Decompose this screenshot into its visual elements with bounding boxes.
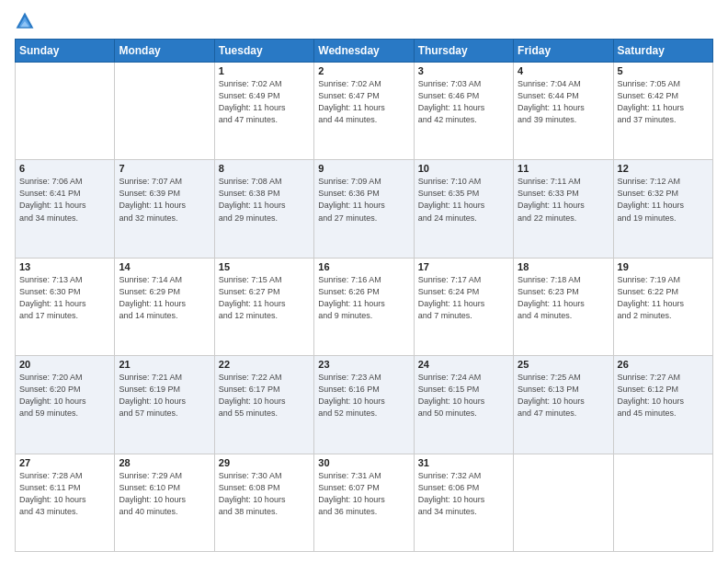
calendar-cell: 9Sunrise: 7:09 AM Sunset: 6:36 PM Daylig… xyxy=(314,160,414,258)
day-number: 23 xyxy=(318,359,409,370)
day-number: 14 xyxy=(119,261,210,272)
day-info: Sunrise: 7:02 AM Sunset: 6:49 PM Dayligh… xyxy=(219,78,310,126)
day-number: 30 xyxy=(318,457,409,468)
day-number: 9 xyxy=(318,163,409,174)
logo xyxy=(15,11,39,31)
calendar-cell xyxy=(514,454,613,551)
day-number: 22 xyxy=(219,359,310,370)
day-info: Sunrise: 7:22 AM Sunset: 6:17 PM Dayligh… xyxy=(219,372,310,419)
calendar-week-row: 20Sunrise: 7:20 AM Sunset: 6:20 PM Dayli… xyxy=(16,356,713,454)
day-info: Sunrise: 7:14 AM Sunset: 6:29 PM Dayligh… xyxy=(119,274,210,322)
day-number: 26 xyxy=(618,359,709,370)
day-info: Sunrise: 7:28 AM Sunset: 6:11 PM Dayligh… xyxy=(19,470,110,518)
calendar-cell xyxy=(16,63,115,160)
day-number: 21 xyxy=(119,359,210,370)
weekday-header-tuesday: Tuesday xyxy=(214,40,313,63)
day-info: Sunrise: 7:11 AM Sunset: 6:33 PM Dayligh… xyxy=(518,176,609,224)
day-number: 6 xyxy=(19,163,110,174)
calendar-cell: 2Sunrise: 7:02 AM Sunset: 6:47 PM Daylig… xyxy=(314,63,414,160)
day-info: Sunrise: 7:31 AM Sunset: 6:07 PM Dayligh… xyxy=(318,470,409,518)
day-number: 1 xyxy=(219,65,310,76)
logo-icon xyxy=(15,11,35,31)
day-number: 19 xyxy=(618,261,709,272)
day-number: 11 xyxy=(518,163,609,174)
day-number: 18 xyxy=(518,261,609,272)
weekday-header-row: SundayMondayTuesdayWednesdayThursdayFrid… xyxy=(16,40,713,63)
calendar-week-row: 1Sunrise: 7:02 AM Sunset: 6:49 PM Daylig… xyxy=(16,63,713,160)
day-number: 20 xyxy=(19,359,110,370)
page: SundayMondayTuesdayWednesdayThursdayFrid… xyxy=(0,0,728,563)
day-info: Sunrise: 7:07 AM Sunset: 6:39 PM Dayligh… xyxy=(119,176,210,224)
day-number: 4 xyxy=(518,65,609,76)
day-number: 12 xyxy=(618,163,709,174)
day-number: 25 xyxy=(518,359,609,370)
calendar-cell: 15Sunrise: 7:15 AM Sunset: 6:27 PM Dayli… xyxy=(214,258,313,355)
day-number: 10 xyxy=(418,163,509,174)
calendar-cell: 21Sunrise: 7:21 AM Sunset: 6:19 PM Dayli… xyxy=(115,356,214,454)
calendar-cell: 1Sunrise: 7:02 AM Sunset: 6:49 PM Daylig… xyxy=(214,63,313,160)
calendar-cell: 30Sunrise: 7:31 AM Sunset: 6:07 PM Dayli… xyxy=(314,454,414,551)
day-number: 29 xyxy=(219,457,310,468)
calendar-cell: 8Sunrise: 7:08 AM Sunset: 6:38 PM Daylig… xyxy=(214,160,313,258)
day-info: Sunrise: 7:05 AM Sunset: 6:42 PM Dayligh… xyxy=(618,78,709,126)
calendar-cell: 27Sunrise: 7:28 AM Sunset: 6:11 PM Dayli… xyxy=(16,454,115,551)
calendar-cell xyxy=(613,454,712,551)
calendar-week-row: 6Sunrise: 7:06 AM Sunset: 6:41 PM Daylig… xyxy=(16,160,713,258)
weekday-header-wednesday: Wednesday xyxy=(314,40,414,63)
day-info: Sunrise: 7:23 AM Sunset: 6:16 PM Dayligh… xyxy=(318,372,409,419)
day-info: Sunrise: 7:18 AM Sunset: 6:23 PM Dayligh… xyxy=(518,274,609,322)
day-number: 13 xyxy=(19,261,110,272)
day-number: 24 xyxy=(418,359,509,370)
calendar-week-row: 13Sunrise: 7:13 AM Sunset: 6:30 PM Dayli… xyxy=(16,258,713,355)
day-number: 5 xyxy=(618,65,709,76)
day-info: Sunrise: 7:09 AM Sunset: 6:36 PM Dayligh… xyxy=(318,176,409,224)
day-info: Sunrise: 7:04 AM Sunset: 6:44 PM Dayligh… xyxy=(518,78,609,126)
day-number: 17 xyxy=(418,261,509,272)
day-number: 31 xyxy=(418,457,509,468)
weekday-header-saturday: Saturday xyxy=(613,40,712,63)
day-number: 2 xyxy=(318,65,409,76)
calendar-cell: 28Sunrise: 7:29 AM Sunset: 6:10 PM Dayli… xyxy=(115,454,214,551)
weekday-header-thursday: Thursday xyxy=(414,40,513,63)
calendar-cell: 5Sunrise: 7:05 AM Sunset: 6:42 PM Daylig… xyxy=(613,63,712,160)
day-number: 15 xyxy=(219,261,310,272)
day-info: Sunrise: 7:16 AM Sunset: 6:26 PM Dayligh… xyxy=(318,274,409,322)
day-info: Sunrise: 7:32 AM Sunset: 6:06 PM Dayligh… xyxy=(418,470,509,518)
day-number: 27 xyxy=(19,457,110,468)
day-number: 7 xyxy=(119,163,210,174)
day-info: Sunrise: 7:15 AM Sunset: 6:27 PM Dayligh… xyxy=(219,274,310,322)
day-info: Sunrise: 7:24 AM Sunset: 6:15 PM Dayligh… xyxy=(418,372,509,419)
calendar-cell: 17Sunrise: 7:17 AM Sunset: 6:24 PM Dayli… xyxy=(414,258,513,355)
calendar-cell: 6Sunrise: 7:06 AM Sunset: 6:41 PM Daylig… xyxy=(16,160,115,258)
day-info: Sunrise: 7:29 AM Sunset: 6:10 PM Dayligh… xyxy=(119,470,210,518)
calendar-cell: 29Sunrise: 7:30 AM Sunset: 6:08 PM Dayli… xyxy=(214,454,313,551)
day-info: Sunrise: 7:27 AM Sunset: 6:12 PM Dayligh… xyxy=(618,372,709,419)
calendar-cell: 26Sunrise: 7:27 AM Sunset: 6:12 PM Dayli… xyxy=(613,356,712,454)
calendar-cell: 7Sunrise: 7:07 AM Sunset: 6:39 PM Daylig… xyxy=(115,160,214,258)
weekday-header-friday: Friday xyxy=(514,40,613,63)
calendar-cell: 14Sunrise: 7:14 AM Sunset: 6:29 PM Dayli… xyxy=(115,258,214,355)
day-info: Sunrise: 7:21 AM Sunset: 6:19 PM Dayligh… xyxy=(119,372,210,419)
day-info: Sunrise: 7:30 AM Sunset: 6:08 PM Dayligh… xyxy=(219,470,310,518)
day-number: 8 xyxy=(219,163,310,174)
weekday-header-monday: Monday xyxy=(115,40,214,63)
day-info: Sunrise: 7:19 AM Sunset: 6:22 PM Dayligh… xyxy=(618,274,709,322)
weekday-header-sunday: Sunday xyxy=(16,40,115,63)
calendar-cell: 4Sunrise: 7:04 AM Sunset: 6:44 PM Daylig… xyxy=(514,63,613,160)
calendar-cell: 23Sunrise: 7:23 AM Sunset: 6:16 PM Dayli… xyxy=(314,356,414,454)
calendar-cell: 19Sunrise: 7:19 AM Sunset: 6:22 PM Dayli… xyxy=(613,258,712,355)
day-info: Sunrise: 7:17 AM Sunset: 6:24 PM Dayligh… xyxy=(418,274,509,322)
day-info: Sunrise: 7:02 AM Sunset: 6:47 PM Dayligh… xyxy=(318,78,409,126)
calendar-cell: 3Sunrise: 7:03 AM Sunset: 6:46 PM Daylig… xyxy=(414,63,513,160)
day-info: Sunrise: 7:08 AM Sunset: 6:38 PM Dayligh… xyxy=(219,176,310,224)
day-info: Sunrise: 7:03 AM Sunset: 6:46 PM Dayligh… xyxy=(418,78,509,126)
day-number: 3 xyxy=(418,65,509,76)
calendar-cell: 16Sunrise: 7:16 AM Sunset: 6:26 PM Dayli… xyxy=(314,258,414,355)
day-number: 16 xyxy=(318,261,409,272)
calendar-week-row: 27Sunrise: 7:28 AM Sunset: 6:11 PM Dayli… xyxy=(16,454,713,551)
calendar-cell: 24Sunrise: 7:24 AM Sunset: 6:15 PM Dayli… xyxy=(414,356,513,454)
calendar-cell xyxy=(115,63,214,160)
calendar-cell: 22Sunrise: 7:22 AM Sunset: 6:17 PM Dayli… xyxy=(214,356,313,454)
calendar-table: SundayMondayTuesdayWednesdayThursdayFrid… xyxy=(15,39,713,552)
calendar-cell: 10Sunrise: 7:10 AM Sunset: 6:35 PM Dayli… xyxy=(414,160,513,258)
